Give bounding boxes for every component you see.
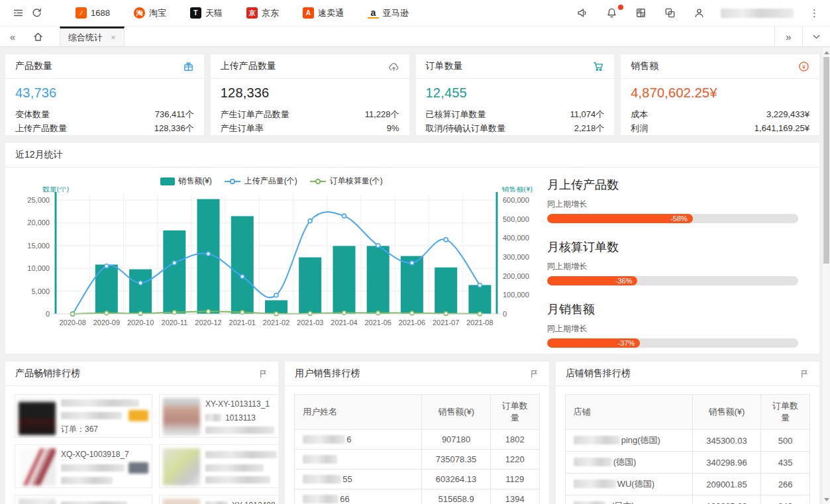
user-icon[interactable]: [692, 6, 706, 21]
legend-label: 订单核算量(个): [330, 176, 383, 187]
product-item-1[interactable]: 订单：367: [15, 394, 152, 438]
product-info-line: [205, 476, 278, 485]
tab-comprehensive-statistics[interactable]: 综合统计 ×: [60, 26, 125, 46]
sales-amount: 199265.69: [692, 495, 760, 504]
redacted-text: [61, 477, 113, 484]
product-info: 订单：367: [61, 398, 148, 434]
growth-progress-track: -37%: [547, 338, 798, 348]
legend-item-3[interactable]: 订单核算量(个): [309, 176, 383, 187]
redacted-text: [61, 412, 122, 419]
toolbar-left: ∕1688淘淘宝T天猫京京东A速卖通a亚马逊: [11, 0, 421, 26]
growth-group-2: 月核算订单数同上期增长-36%: [547, 239, 798, 285]
product-item-4[interactable]: [159, 444, 278, 488]
stat-card-title: 订单数量: [426, 60, 463, 72]
page-tab-bar: « 综合统计 × »: [0, 26, 830, 47]
svg-text:500,000: 500,000: [503, 215, 529, 223]
column-header: 店铺: [565, 395, 692, 430]
redacted-text: [205, 414, 221, 421]
tabbar-right-controls: »: [774, 26, 830, 46]
monthly-statistics-card: 近12月统计 销售额(¥)上传产品量(个)订单核算量(个) 05,00010,0…: [5, 143, 819, 354]
stat-card-value: 43,736: [15, 85, 194, 101]
sales-amount: 735078.35: [422, 450, 490, 470]
redacted-name: [574, 458, 612, 466]
table-row: 735078.351220: [295, 450, 539, 470]
order-count: 435: [761, 452, 810, 474]
marketplace-tab-1688[interactable]: ∕1688: [64, 0, 122, 26]
product-info-line: [205, 450, 278, 460]
svg-text:2021-01: 2021-01: [229, 319, 256, 327]
stat-row-value: 11,228个: [365, 107, 399, 121]
product-item-5[interactable]: [15, 495, 152, 504]
marketplace-tab-天猫[interactable]: T天猫: [178, 0, 234, 26]
close-tab-icon[interactable]: ×: [111, 32, 116, 42]
tab-list-dropdown-icon[interactable]: [802, 26, 830, 46]
calculator-icon[interactable]: [633, 6, 648, 21]
sales-amount: 340298.96: [692, 452, 760, 474]
stat-card-3: 订单数量12,455已核算订单数量11,074个取消/待确认订单数量2,218个: [416, 54, 615, 135]
product-image-redacted: [163, 499, 200, 504]
svg-text:2021-03: 2021-03: [297, 319, 323, 327]
refresh-icon[interactable]: [29, 6, 44, 21]
marketplace-tab-速卖通[interactable]: A速卖通: [291, 0, 356, 26]
product-text: XY-XY-1013113_1: [205, 399, 270, 409]
product-info-line: 订单：367: [61, 425, 148, 434]
shops-card-header: 店铺销售排行榜: [556, 362, 819, 386]
product-info: [205, 448, 278, 484]
yen-circle-icon: ¥: [798, 61, 809, 72]
scrollbar-thumb[interactable]: [823, 57, 829, 264]
speaker-icon[interactable]: [575, 6, 590, 21]
scrollbar-up-arrow[interactable]: [823, 48, 830, 56]
product-info-line: XY-1012408_1: [205, 500, 278, 504]
more-menu-icon[interactable]: ⋮: [808, 7, 821, 19]
product-info-line: [61, 399, 148, 407]
order-count: 1220: [490, 450, 539, 470]
marketplace-tab-京东[interactable]: 京京东: [234, 0, 291, 26]
products-card-header: 产品畅销排行榜: [5, 362, 278, 386]
marketplace-tab-淘宝[interactable]: 淘淘宝: [122, 0, 178, 26]
svg-text:数量(个): 数量(个): [42, 187, 69, 193]
user-name-redacted[interactable]: [721, 9, 794, 18]
stat-card-title: 上传产品数量: [221, 60, 276, 72]
collapse-tabs-button[interactable]: «: [0, 26, 25, 46]
product-item-6[interactable]: XY-1012408_1: [159, 495, 278, 504]
menu-icon[interactable]: [11, 6, 25, 21]
svg-text:2021-08: 2021-08: [466, 319, 493, 327]
svg-text:¥: ¥: [802, 63, 806, 70]
product-item-3[interactable]: XQ-XQ-1003918_7: [15, 444, 152, 488]
switch-icon[interactable]: [662, 6, 677, 21]
product-info-line: 10131132: [205, 413, 278, 423]
stat-card-2: 上传产品数量128,336产生订单产品数量11,228个产生订单率9%: [211, 54, 409, 135]
legend-item-1[interactable]: 销售额(¥): [160, 176, 212, 187]
notification-dot: [618, 5, 623, 10]
product-text: 1013113: [225, 413, 256, 423]
name-suffix: ping(德国): [621, 435, 660, 445]
svg-text:300,000: 300,000: [503, 253, 529, 261]
bell-icon[interactable]: [604, 6, 619, 21]
redacted-text: [61, 501, 127, 504]
column-header: 订单数量: [761, 395, 810, 430]
sales-amount: 209001.85: [692, 474, 760, 495]
stat-row-label: 变体数量: [15, 107, 50, 121]
expand-tabs-button[interactable]: »: [774, 26, 802, 46]
legend-item-2[interactable]: 上传产品量(个): [224, 176, 297, 187]
logo-amazon-icon: a: [368, 7, 379, 19]
products-card-title: 产品畅销排行榜: [15, 368, 80, 379]
stat-card-4: 销售额¥4,870,602.25¥成本3,229,433¥利润1,641,169…: [621, 54, 819, 135]
redacted-name: [574, 501, 605, 504]
home-icon[interactable]: [25, 26, 50, 46]
marketplace-tab-亚马逊[interactable]: a亚马逊: [356, 0, 421, 26]
stat-card-value: 12,455: [426, 85, 605, 101]
growth-title: 月上传产品数: [547, 177, 798, 193]
products-grid: 订单：367XY-XY-1013113_110131132XQ-XQ-10039…: [5, 386, 278, 504]
tab-label: 综合统计: [68, 32, 103, 44]
stat-card-row: 取消/待确认订单数量2,218个: [416, 121, 615, 135]
shops-table-table: 店铺销售额(¥)订单数量ping(德国)345300.03500(德国)3402…: [565, 394, 810, 504]
legend-bar-marker: [160, 177, 175, 185]
svg-text:2020-12: 2020-12: [195, 319, 221, 327]
users-table-table: 用户姓名销售额(¥)订单数量69071801802735078.35122055…: [294, 394, 539, 504]
order-count: 1129: [490, 470, 539, 489]
growth-group-1: 月上传产品数同上期增长-58%: [547, 177, 798, 223]
scrollbar-down-arrow[interactable]: [823, 495, 830, 503]
product-item-2[interactable]: XY-XY-1013113_110131132: [159, 394, 278, 438]
stat-card-row: 产生订单率9%: [211, 121, 409, 135]
